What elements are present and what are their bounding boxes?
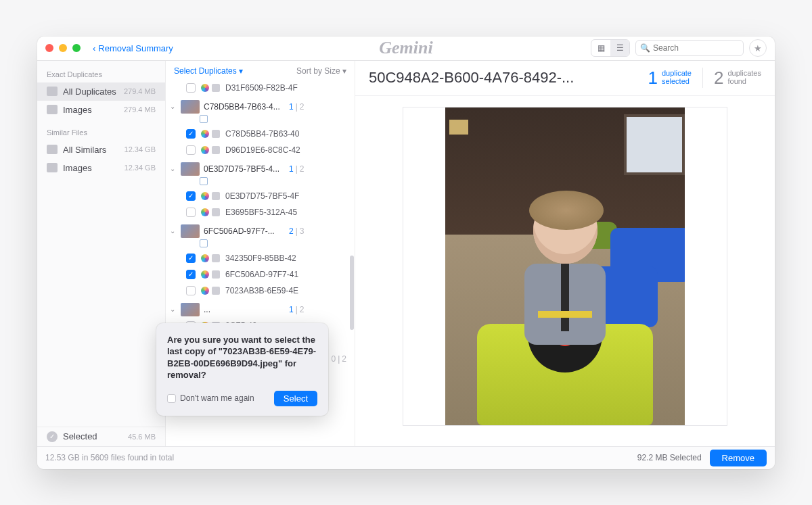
sidebar-item-images-similar[interactable]: Images 12.34 GB (37, 159, 165, 177)
chevron-down-icon: ⌄ (170, 306, 177, 313)
back-button[interactable]: ‹ Removal Summary (93, 43, 173, 53)
disk-icon (212, 192, 220, 200)
view-list-button[interactable]: ☰ (610, 40, 629, 56)
flag-icon (200, 115, 208, 123)
group-title: ... (204, 305, 285, 314)
titlebar: ‹ Removal Summary Gemini ▦ ☰ 🔍 ★ (37, 37, 775, 61)
file-row[interactable]: 342350F9-85BB-42 (166, 250, 355, 266)
select-duplicates-menu[interactable]: Select Duplicates ▾ (174, 66, 243, 76)
sort-menu[interactable]: Sort by Size ▾ (296, 66, 346, 76)
close-window-button[interactable] (45, 44, 53, 52)
back-label: Removal Summary (98, 43, 173, 53)
sidebar-item-images-exact[interactable]: Images 279.4 MB (37, 101, 165, 119)
photos-library-icon (201, 146, 209, 154)
sidebar-header-exact: Exact Duplicates (37, 68, 165, 82)
stack-icon (47, 145, 58, 154)
photos-library-icon (201, 84, 209, 92)
row-checkbox[interactable] (186, 286, 196, 295)
remove-button[interactable]: Remove (710, 450, 767, 466)
group-counts: 2|3 (289, 226, 304, 236)
list-icon: ☰ (616, 43, 624, 53)
file-name: 0E3D7D75-7BF5-4F (225, 191, 348, 201)
sidebar-item-label: All Similars (63, 145, 119, 155)
sidebar-item-label: Images (63, 163, 119, 173)
row-checkbox[interactable] (186, 129, 196, 139)
scrollbar-thumb[interactable] (350, 256, 354, 330)
divider (702, 68, 703, 88)
row-checkbox[interactable] (186, 254, 196, 263)
group-title: 0E3D7D75-7BF5-4... (204, 164, 285, 174)
row-checkbox[interactable] (186, 145, 196, 155)
file-row[interactable]: E3695BF5-312A-45 (166, 204, 355, 220)
disk-icon (212, 130, 220, 138)
group-title: 6FC506AD-97F7-... (204, 226, 285, 236)
group-thumbnail (181, 100, 200, 114)
chevron-down-icon: ⌄ (170, 227, 177, 235)
group-badges (166, 177, 355, 188)
row-checkbox[interactable] (186, 191, 196, 201)
app-window: ‹ Removal Summary Gemini ▦ ☰ 🔍 ★ (37, 37, 775, 469)
app-logo: Gemini (379, 38, 432, 58)
search-input[interactable] (653, 43, 754, 53)
disk-icon (212, 270, 220, 279)
footer-selected: 92.2 MB Selected (637, 453, 702, 462)
grid-icon: ▦ (597, 43, 605, 53)
disk-icon (212, 287, 220, 295)
file-row[interactable]: 7023AB3B-6E59-4E (166, 283, 355, 299)
row-checkbox[interactable] (186, 208, 196, 217)
group-header[interactable]: ⌄ C78D5BB4-7B63-4... 1|2 (166, 96, 355, 115)
group-header[interactable]: ⌄ 6FC506AD-97F7-... 2|3 (166, 220, 355, 239)
sidebar-item-label: Selected (63, 431, 122, 441)
row-checkbox[interactable] (186, 83, 196, 93)
file-row[interactable]: 6FC506AD-97F7-41 (166, 266, 355, 283)
group-header[interactable]: ⌄ ... 1|2 (166, 299, 355, 318)
confirm-popover: Are you sure you want to select the last… (156, 323, 328, 416)
group-badges (166, 239, 355, 250)
zoom-window-button[interactable] (72, 44, 81, 52)
stat-line2: selected (662, 78, 692, 86)
file-row[interactable]: D31F6509-F82B-4F (166, 80, 355, 96)
group-thumbnail (181, 303, 200, 316)
stack-icon (47, 87, 58, 96)
dont-warn-label: Don't warn me again (180, 393, 254, 403)
view-grid-button[interactable]: ▦ (591, 40, 610, 56)
group-thumbnail (181, 224, 200, 238)
group-header[interactable]: ⌄ 0E3D7D75-7BF5-4... 1|2 (166, 158, 355, 177)
sidebar-item-all-duplicates[interactable]: All Duplicates 279.4 MB (37, 82, 165, 101)
minimize-window-button[interactable] (59, 44, 67, 52)
group-badges (166, 115, 355, 126)
chevron-down-icon: ⌄ (170, 103, 177, 110)
favorites-button[interactable]: ★ (749, 39, 767, 57)
checkbox-icon (167, 394, 176, 403)
view-mode-toggle: ▦ ☰ (591, 39, 630, 57)
search-field[interactable]: 🔍 (635, 40, 744, 56)
group-thumbnail (181, 162, 200, 176)
sidebar-item-selected[interactable]: Selected 45.6 MB (37, 427, 165, 446)
stat-number: 1 (648, 68, 657, 89)
file-row[interactable]: 0E3D7D75-7BF5-4F (166, 188, 355, 204)
photos-library-icon (201, 208, 209, 216)
photos-library-icon (201, 192, 209, 200)
window-controls (45, 44, 81, 52)
sidebar-item-meta: 279.4 MB (124, 105, 156, 114)
sidebar-item-all-similars[interactable]: All Similars 12.34 GB (37, 141, 165, 159)
row-checkbox[interactable] (186, 270, 196, 279)
flag-icon (200, 239, 208, 247)
chevron-left-icon: ‹ (93, 43, 95, 53)
dont-warn-checkbox[interactable]: Don't warn me again (167, 393, 254, 403)
preview-image (445, 107, 685, 425)
preview-filename: 50C948A2-B600-4A76-8492-... (369, 69, 637, 87)
sidebar: Exact Duplicates All Duplicates 279.4 MB… (37, 61, 166, 446)
photos-library-icon (201, 287, 209, 295)
file-row[interactable]: C78D5BB4-7B63-40 (166, 126, 355, 142)
sidebar-item-meta: 279.4 MB (124, 87, 156, 95)
file-row[interactable]: D96D19E6-8C8C-42 (166, 142, 355, 158)
file-name: 6FC506AD-97F7-41 (225, 270, 348, 279)
popover-select-button[interactable]: Select (274, 391, 317, 406)
group-counts: 1|2 (289, 164, 304, 174)
image-icon (47, 163, 58, 172)
stat-number: 2 (714, 68, 723, 89)
file-name: 7023AB3B-6E59-4E (225, 286, 348, 295)
group-title: C78D5BB4-7B63-4... (204, 102, 285, 112)
popover-message: Are you sure you want to select the last… (167, 334, 317, 381)
